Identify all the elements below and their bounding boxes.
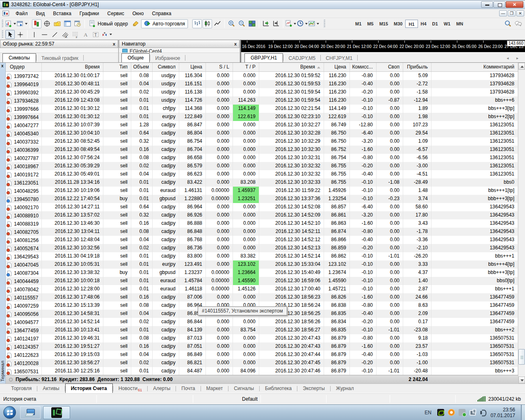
navigator-tab-1[interactable]: Общие	[121, 53, 150, 62]
history-row-4[interactable]: 1379346282016.12.09 12:43:08sell0.01usdj…	[6, 96, 518, 105]
market-watch-tab-2[interactable]: Тиковый график	[37, 55, 83, 62]
candlestick-mode-button[interactable]	[203, 19, 212, 28]
bar-chart-mode-button[interactable]	[192, 19, 202, 28]
volume-tray-icon[interactable]	[480, 409, 487, 416]
profiles-button[interactable]	[17, 19, 27, 28]
market-watch-close-icon[interactable]: x	[113, 41, 115, 46]
child-minimize-button[interactable]: —	[499, 10, 507, 16]
column-header-2[interactable]: Время	[42, 63, 103, 71]
chart-tab-2[interactable]: CADJPY,M5	[283, 55, 320, 62]
timeframe-M30[interactable]: M30	[391, 20, 405, 28]
column-header-13[interactable]: Прибыль	[403, 63, 431, 71]
history-row-6[interactable]: 1399976642016.12.30 01:30:12sell0.01eurj…	[6, 113, 518, 121]
history-row-36[interactable]: 1401200282016.12.30 18:56:27sell0.02cadj…	[6, 359, 518, 367]
column-header-14[interactable]: Комментарий	[431, 63, 518, 71]
close-button[interactable]: ✕	[506, 1, 523, 8]
navigator-toggle[interactable]	[52, 19, 62, 28]
history-row-8[interactable]: 1400453402016.12.30 10:04:10sell0.64cadj…	[6, 129, 518, 137]
terminal-toggle[interactable]	[63, 19, 72, 28]
history-row-23[interactable]: 1364295432016.11.30 04:19:18sell0.01cadj…	[6, 252, 518, 260]
start-button[interactable]	[3, 406, 16, 419]
history-row-11[interactable]: 1400277872016.12.30 07:56:24sell0.08cadj…	[6, 154, 518, 162]
menu-Окно[interactable]: Окно	[128, 9, 148, 18]
network-tray-icon[interactable]	[469, 409, 476, 416]
auto-trading-button[interactable]: Авто-торговля	[141, 19, 188, 28]
menu-Файл[interactable]: Файл	[11, 9, 32, 18]
terminal-tab-8[interactable]: Сигналы	[228, 384, 259, 393]
toolbar-grip[interactable]	[2, 20, 3, 28]
auto-scroll-button[interactable]	[261, 19, 271, 28]
market-watch-toggle[interactable]	[32, 19, 41, 28]
text-label-tool[interactable]: T	[91, 30, 100, 39]
menu-Вставка[interactable]: Вставка	[49, 9, 75, 18]
history-row-28[interactable]: 1401155572016.12.30 17:48:06sell0.16cadj…	[6, 293, 518, 301]
new-order-button[interactable]: Новый ордер	[87, 19, 130, 28]
crosshair-tool[interactable]	[16, 30, 25, 39]
chart-tab-scroll-arrows[interactable]: ◂ ▸	[507, 56, 522, 60]
taskbar-app-remote[interactable]	[20, 406, 41, 419]
column-header-10[interactable]: Цена	[324, 63, 350, 71]
column-header-5[interactable]: Символ	[153, 63, 179, 71]
restore-button[interactable]	[493, 1, 505, 8]
history-row-27[interactable]: 1400780422016.12.30 12:28:00sell0.01eura…	[6, 285, 518, 293]
vertical-line-tool[interactable]	[30, 30, 39, 39]
text-tool[interactable]: A	[81, 30, 90, 39]
terminal-tab-9[interactable]: Библиотека	[260, 384, 297, 393]
trendline-tool[interactable]	[50, 30, 59, 39]
terminal-tab-11[interactable]: Журнал	[331, 384, 359, 393]
child-close-button[interactable]: ✕	[516, 10, 524, 16]
timeframe-H1[interactable]: H1	[405, 20, 418, 28]
periods-button[interactable]	[297, 19, 308, 28]
history-row-7[interactable]: 1400472772016.12.30 10:07:39sell1.28cadj…	[6, 121, 518, 129]
table-scrollbar[interactable]	[518, 63, 525, 383]
history-row-24[interactable]: 1400470452016.12.30 10:05:31sell0.01eurj…	[6, 260, 518, 269]
history-row-15[interactable]: 1400482952016.12.30 10:19:06sell0.01eura…	[6, 187, 518, 195]
history-row-1[interactable]: 1399737422016.12.30 01:00:17sell0.08usdj…	[6, 72, 518, 80]
menu-Вид[interactable]: Вид	[32, 9, 49, 18]
timeframe-M1[interactable]: M1	[352, 20, 364, 28]
menu-Сервис[interactable]: Сервис	[103, 9, 128, 18]
terminal-tab-5[interactable]: Алерты	[148, 384, 176, 393]
history-row-31[interactable]: 1400945772016.12.30 14:52:14sell0.02cadj…	[6, 318, 518, 326]
history-row-32[interactable]: 1364774592016.11.30 10:13:41sell0.01cadj…	[6, 326, 518, 334]
history-row-2[interactable]: 1399640192016.12.30 00:48:11sell0.04usdj…	[6, 80, 518, 88]
toolbar-grip[interactable]	[324, 20, 325, 28]
show-desktop-button[interactable]	[521, 405, 525, 420]
terminal-tab-3[interactable]: История Счета	[65, 383, 113, 393]
tray-clock[interactable]: 23:56 07.01.2017	[491, 407, 515, 418]
history-row-16[interactable]: 1394507802016.12.22 17:40:54buy0.01gbpus…	[6, 195, 518, 203]
tile-windows-button[interactable]	[247, 19, 257, 28]
chart-tab-1[interactable]: GBPJPY,H1	[244, 53, 283, 62]
history-row-21[interactable]: 1400812562016.12.30 12:48:04sell0.04cadj…	[6, 236, 518, 244]
terminal-tab-6[interactable]: Почта	[176, 384, 200, 393]
history-row-9[interactable]: 1400373322016.12.30 08:52:45sell0.32cadj…	[6, 137, 518, 146]
column-header-6[interactable]: Цена	[179, 63, 206, 71]
scrollbar-down-icon[interactable]	[518, 377, 525, 383]
history-row-13[interactable]: 1400191722016.12.30 05:49:01sell0.04cadj…	[6, 170, 518, 178]
zoom-in-button[interactable]	[227, 19, 236, 28]
line-chart-mode-button[interactable]	[213, 19, 222, 28]
timeframe-M5[interactable]: M5	[364, 20, 376, 28]
history-row-25[interactable]: 1400873042016.12.30 13:38:32buy0.01gbpus…	[6, 269, 518, 277]
scrollbar-up-icon[interactable]	[518, 63, 525, 70]
history-row-33[interactable]: 1401241972016.12.30 19:46:31sell0.08cadj…	[6, 334, 518, 342]
menu-Графики[interactable]: Графики	[75, 9, 103, 18]
column-header-8[interactable]: T / P	[233, 63, 259, 71]
fibonacci-tool[interactable]: F	[71, 30, 80, 39]
history-row-12[interactable]: 1400189672016.12.30 05:39:29sell0.02cadj…	[6, 162, 518, 170]
zoom-out-button[interactable]	[237, 19, 247, 28]
navigator-header[interactable]: Навигатор x	[119, 40, 240, 48]
tray-icon-orange[interactable]	[448, 409, 455, 416]
history-row-34[interactable]: 1401243572016.12.30 19:51:27sell0.16cadj…	[6, 342, 518, 351]
navigator-tree-item[interactable]: EGlobal-Cent4	[130, 48, 162, 52]
history-row-26[interactable]: 1400444592016.12.30 10:00:18sell0.01eura…	[6, 277, 518, 285]
arrows-tool[interactable]	[101, 30, 112, 39]
taskbar-app-mt4[interactable]	[43, 406, 70, 419]
timeframe-M15[interactable]: M15	[377, 20, 391, 28]
history-row-3[interactable]: 1399603922016.12.30 00:45:29sell0.02usdj…	[6, 88, 518, 96]
indicators-button[interactable]	[285, 19, 296, 28]
history-row-18[interactable]: 1400889102016.12.30 13:57:02sell0.32cadj…	[6, 211, 518, 219]
nvidia-tray-icon[interactable]	[437, 409, 444, 416]
terminal-tab-7[interactable]: Маркет	[201, 384, 228, 393]
data-window-toggle[interactable]	[42, 19, 52, 28]
